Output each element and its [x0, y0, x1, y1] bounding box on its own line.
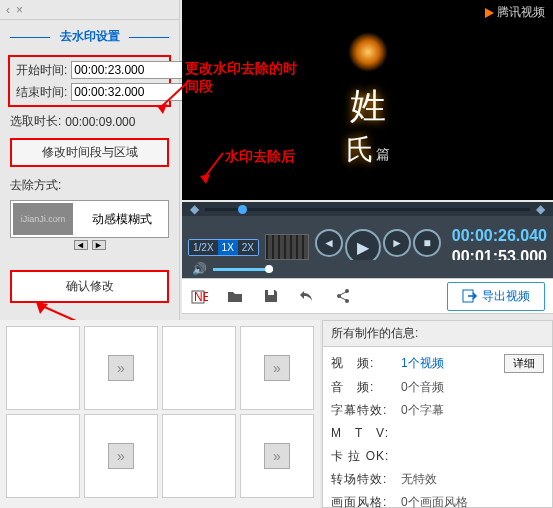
export-video-button[interactable]: 导出视频: [447, 282, 545, 311]
current-time: 00:00:26.040: [452, 226, 547, 247]
info-row-karaoke: 卡 拉 OK:: [331, 445, 544, 468]
time-range-group: 开始时间: 结束时间:: [8, 55, 171, 107]
glow-effect: [348, 32, 388, 72]
timeline-thumbnails: » » » »: [0, 320, 320, 508]
video-sub-label: 篇: [376, 146, 390, 164]
clip-cell[interactable]: [6, 326, 80, 410]
progress-track[interactable]: [205, 208, 530, 211]
info-header: 所有制作的信息:: [323, 321, 552, 347]
method-prev-icon[interactable]: ◄: [74, 240, 88, 250]
start-time-label: 开始时间:: [16, 62, 67, 79]
clip-cell[interactable]: [162, 414, 236, 498]
clip-cell[interactable]: [162, 326, 236, 410]
info-row-video: 视 频: 1个视频 详细: [331, 351, 544, 376]
panel-tab-header: ‹ ×: [0, 0, 179, 20]
export-label: 导出视频: [482, 288, 530, 305]
info-value: 0个音频: [401, 379, 444, 396]
video-provider-text: 腾讯视频: [497, 4, 545, 21]
edit-range-button[interactable]: 修改时间段与区域: [10, 138, 169, 167]
play-logo-icon: [483, 7, 495, 19]
progress-bar[interactable]: ◆ ◆: [182, 202, 553, 216]
info-value: 0个画面风格: [401, 494, 468, 508]
volume-row: 🔊: [182, 260, 553, 278]
toolbar: NEW 导出视频: [182, 278, 553, 314]
method-next-icon[interactable]: ►: [92, 240, 106, 250]
filmstrip-icon[interactable]: [265, 234, 309, 260]
info-key: 画面风格:: [331, 494, 395, 508]
transition-icon: »: [264, 355, 290, 381]
transition-cell[interactable]: »: [240, 414, 314, 498]
info-key: M T V:: [331, 425, 395, 442]
duration-value: 00:00:09.000: [65, 115, 135, 129]
section-title: 去水印设置: [0, 20, 179, 53]
tab-close-icon[interactable]: ×: [16, 3, 23, 17]
slider-end-icon: ◆: [536, 202, 545, 216]
speed-selector: 1/2X 1X 2X: [188, 239, 259, 256]
project-info-panel: 所有制作的信息: 视 频: 1个视频 详细 音 频:0个音频 字幕特效:0个字幕…: [322, 320, 553, 508]
transition-icon: »: [264, 443, 290, 469]
save-icon[interactable]: [262, 287, 280, 305]
volume-icon[interactable]: 🔊: [192, 262, 207, 276]
info-row-mtv: M T V:: [331, 422, 544, 445]
info-key: 转场特效:: [331, 471, 395, 488]
undo-icon[interactable]: [298, 287, 316, 305]
video-provider-watermark: 腾讯视频: [483, 4, 545, 21]
info-row-audio: 音 频:0个音频: [331, 376, 544, 399]
info-value: 1个视频: [401, 355, 444, 372]
info-row-subtitle: 字幕特效:0个字幕: [331, 399, 544, 422]
method-thumb: iJianJi.com: [13, 203, 73, 235]
info-key: 视 频:: [331, 355, 395, 372]
prev-frame-button[interactable]: ◄: [315, 229, 343, 257]
folder-open-icon[interactable]: [226, 287, 244, 305]
info-key: 卡 拉 OK:: [331, 448, 395, 465]
remove-method-label: 去除方式:: [0, 171, 179, 200]
info-key: 音 频:: [331, 379, 395, 396]
info-key: 字幕特效:: [331, 402, 395, 419]
video-preview: 腾讯视频 姓 氏 篇: [182, 0, 553, 200]
svg-line-13: [340, 292, 346, 295]
stop-button[interactable]: ■: [413, 229, 441, 257]
svg-marker-0: [485, 8, 494, 18]
transition-cell[interactable]: »: [240, 326, 314, 410]
video-content: 姓 氏 篇: [258, 20, 478, 180]
transition-cell[interactable]: »: [84, 414, 158, 498]
video-sub-char: 氏: [346, 131, 374, 169]
info-value: 0个字幕: [401, 402, 444, 419]
confirm-button[interactable]: 确认修改: [10, 270, 169, 303]
duration-label: 选取时长:: [10, 113, 61, 130]
end-time-label: 结束时间:: [16, 84, 67, 101]
volume-slider[interactable]: [213, 268, 273, 271]
new-icon[interactable]: NEW: [190, 287, 208, 305]
speed-one[interactable]: 1X: [218, 240, 238, 255]
transition-icon: »: [108, 443, 134, 469]
volume-knob[interactable]: [265, 265, 273, 273]
next-frame-button[interactable]: ►: [383, 229, 411, 257]
info-row-style: 画面风格:0个画面风格: [331, 491, 544, 508]
svg-rect-9: [268, 290, 274, 295]
tab-collapse-icon[interactable]: ‹: [6, 3, 10, 17]
speed-two[interactable]: 2X: [238, 240, 258, 255]
speed-half[interactable]: 1/2X: [189, 240, 218, 255]
video-title-char: 姓: [350, 82, 386, 131]
remove-method-selector[interactable]: iJianJi.com 动感模糊式: [10, 200, 169, 238]
clip-cell[interactable]: [6, 414, 80, 498]
info-row-transition: 转场特效:无特效: [331, 468, 544, 491]
slider-start-icon: ◆: [190, 202, 199, 216]
export-icon: [462, 289, 478, 303]
transition-cell[interactable]: »: [84, 326, 158, 410]
share-icon[interactable]: [334, 287, 352, 305]
method-name: 动感模糊式: [75, 211, 168, 228]
transition-icon: »: [108, 355, 134, 381]
watermark-settings-panel: ‹ × 去水印设置 开始时间: 结束时间: 选取时长: 00:00:09.000…: [0, 0, 180, 320]
svg-text:NEW: NEW: [194, 290, 208, 304]
detail-button[interactable]: 详细: [504, 354, 544, 373]
svg-line-14: [340, 297, 346, 300]
info-value: 无特效: [401, 471, 437, 488]
progress-knob[interactable]: [238, 205, 247, 214]
